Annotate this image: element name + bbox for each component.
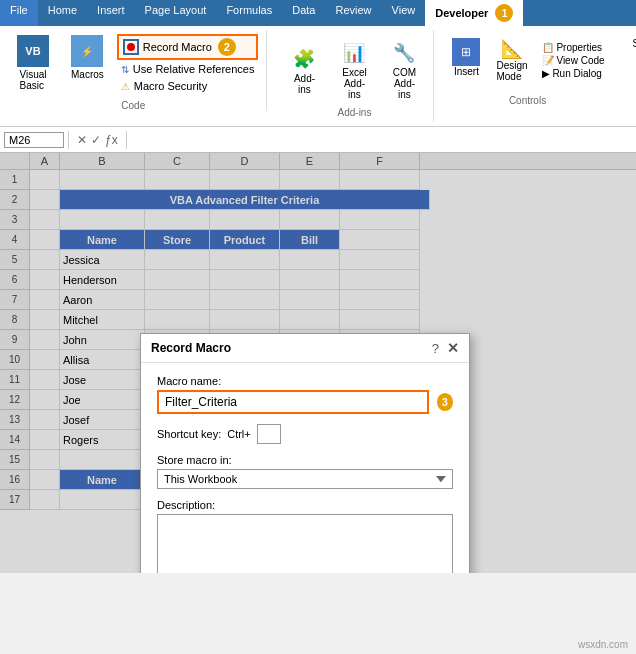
addins-label: Add-ins bbox=[294, 73, 315, 95]
visual-basic-label: VisualBasic bbox=[19, 69, 46, 91]
shortcut-input[interactable] bbox=[257, 424, 281, 444]
com-addins-icon: 🔧 bbox=[390, 39, 418, 67]
code-group-label: Code bbox=[8, 98, 258, 111]
formula-divider bbox=[68, 131, 69, 149]
insert-function-icon[interactable]: ƒx bbox=[105, 133, 118, 147]
insert-control-icon: ⊞ bbox=[452, 38, 480, 66]
store-macro-select-wrapper: This Workbook Personal Macro Workbook Ne… bbox=[157, 469, 453, 489]
formula-divider-2 bbox=[126, 131, 127, 149]
controls-group-label: Controls bbox=[446, 93, 608, 106]
source-group: Source bbox=[621, 30, 636, 110]
macro-security-label: Macro Security bbox=[134, 80, 207, 92]
record-macro-button[interactable]: Record Macro 2 bbox=[117, 34, 259, 60]
tab-insert[interactable]: Insert bbox=[87, 0, 135, 26]
run-dialog-button[interactable]: ▶ Run Dialog bbox=[538, 67, 609, 80]
macros-label: Macros bbox=[71, 69, 104, 80]
store-macro-label: Store macro in: bbox=[157, 454, 453, 466]
tab-page-layout[interactable]: Page Layout bbox=[135, 0, 217, 26]
confirm-formula-icon[interactable]: ✓ bbox=[91, 133, 101, 147]
shortcut-label: Shortcut key: bbox=[157, 428, 221, 440]
modal-titlebar: Record Macro ? ✕ bbox=[141, 334, 469, 363]
excel-addins-label: ExcelAdd-ins bbox=[340, 67, 368, 100]
description-label: Description: bbox=[157, 499, 453, 511]
tab-file[interactable]: File bbox=[0, 0, 38, 26]
formula-input[interactable] bbox=[131, 133, 632, 147]
ribbon-content: VB VisualBasic ⚡ Macros Record Macro 2 bbox=[0, 26, 636, 126]
visual-basic-icon: VB bbox=[17, 35, 49, 67]
excel-addins-button[interactable]: 📊 ExcelAdd-ins bbox=[333, 34, 375, 105]
ribbon: File Home Insert Page Layout Formulas Da… bbox=[0, 0, 636, 127]
addins-icon: 🧩 bbox=[290, 45, 318, 73]
macro-name-field: Macro name: 3 bbox=[157, 375, 453, 414]
code-group: VB VisualBasic ⚡ Macros Record Macro 2 bbox=[8, 30, 267, 111]
record-macro-label: Record Macro bbox=[143, 41, 212, 53]
description-input[interactable] bbox=[157, 514, 453, 573]
excel-addins-icon: 📊 bbox=[340, 39, 368, 67]
tab-data[interactable]: Data bbox=[282, 0, 325, 26]
record-macro-dialog: Record Macro ? ✕ Macro name: 3 Shortcut … bbox=[140, 333, 470, 573]
shortcut-key-row: Shortcut key: Ctrl+ bbox=[157, 424, 453, 444]
formula-bar: ✕ ✓ ƒx bbox=[0, 127, 636, 153]
tab-formulas[interactable]: Formulas bbox=[216, 0, 282, 26]
insert-control-label: Insert bbox=[454, 66, 479, 77]
modal-overlay: Record Macro ? ✕ Macro name: 3 Shortcut … bbox=[0, 153, 636, 573]
macros-button[interactable]: ⚡ Macros bbox=[62, 30, 113, 85]
insert-control-button[interactable]: ⊞ Insert bbox=[446, 34, 486, 86]
tab-view[interactable]: View bbox=[382, 0, 426, 26]
macro-name-label: Macro name: bbox=[157, 375, 453, 387]
macro-name-badge: 3 bbox=[437, 393, 453, 411]
name-box[interactable] bbox=[4, 132, 64, 148]
cancel-formula-icon[interactable]: ✕ bbox=[77, 133, 87, 147]
properties-group: 📋 Properties 📝 View Code ▶ Run Dialog bbox=[538, 34, 609, 86]
tab-review[interactable]: Review bbox=[325, 0, 381, 26]
design-mode-button[interactable]: 📐 Design Mode bbox=[490, 34, 533, 86]
record-icon bbox=[123, 39, 139, 55]
modal-close-button[interactable]: ✕ bbox=[447, 340, 459, 356]
description-field: Description: bbox=[157, 499, 453, 573]
design-mode-icon: 📐 bbox=[501, 38, 523, 60]
addin-buttons: 🧩 Add-ins 📊 ExcelAdd-ins 🔧 COM Add-ins bbox=[283, 34, 425, 105]
tab-home[interactable]: Home bbox=[38, 0, 87, 26]
macros-icon: ⚡ bbox=[71, 35, 103, 67]
tab-developer[interactable]: Developer 1 bbox=[425, 0, 523, 26]
visual-basic-button[interactable]: VB VisualBasic bbox=[8, 30, 58, 96]
addins-button[interactable]: 🧩 Add-ins bbox=[283, 40, 325, 100]
controls-group: ⊞ Insert 📐 Design Mode 📋 Properties 📝 Vi… bbox=[438, 30, 616, 110]
ctrl-label: Ctrl+ bbox=[227, 428, 251, 440]
addins-group-label: Add-ins bbox=[283, 105, 425, 118]
formula-icons: ✕ ✓ ƒx bbox=[73, 133, 122, 147]
store-macro-field: Store macro in: This Workbook Personal M… bbox=[157, 454, 453, 489]
record-macro-badge: 2 bbox=[218, 38, 236, 56]
watermark: wsxdn.com bbox=[578, 639, 628, 650]
properties-button[interactable]: 📋 Properties bbox=[538, 41, 609, 54]
controls-top: ⊞ Insert 📐 Design Mode 📋 Properties 📝 Vi… bbox=[446, 34, 608, 86]
modal-titlebar-controls: ? ✕ bbox=[432, 340, 459, 356]
design-mode-label: Design Mode bbox=[496, 60, 527, 82]
record-dot bbox=[127, 43, 135, 51]
modal-help-button[interactable]: ? bbox=[432, 341, 439, 356]
relative-references-label: Use Relative References bbox=[133, 63, 255, 75]
view-code-button[interactable]: 📝 View Code bbox=[538, 54, 609, 67]
store-macro-select[interactable]: This Workbook Personal Macro Workbook Ne… bbox=[157, 469, 453, 489]
source-button[interactable]: Source bbox=[629, 34, 636, 53]
developer-badge: 1 bbox=[495, 4, 513, 22]
macro-name-input[interactable] bbox=[157, 390, 429, 414]
modal-title: Record Macro bbox=[151, 341, 231, 355]
spreadsheet: A B C D E F 1 2 VBA Advanced Filter Crit… bbox=[0, 153, 636, 573]
ribbon-tabs: File Home Insert Page Layout Formulas Da… bbox=[0, 0, 636, 26]
modal-body: Macro name: 3 Shortcut key: Ctrl+ Store … bbox=[141, 363, 469, 573]
macro-security-button[interactable]: ⚠ Macro Security bbox=[117, 78, 259, 94]
com-addins-button[interactable]: 🔧 COM Add-ins bbox=[383, 34, 425, 105]
addins-group: 🧩 Add-ins 📊 ExcelAdd-ins 🔧 COM Add-ins A… bbox=[275, 30, 434, 122]
relative-references-button[interactable]: ⇅ Use Relative References bbox=[117, 61, 259, 77]
com-addins-label: COM Add-ins bbox=[390, 67, 418, 100]
ribbon-small-buttons: Record Macro 2 ⇅ Use Relative References… bbox=[117, 30, 259, 98]
